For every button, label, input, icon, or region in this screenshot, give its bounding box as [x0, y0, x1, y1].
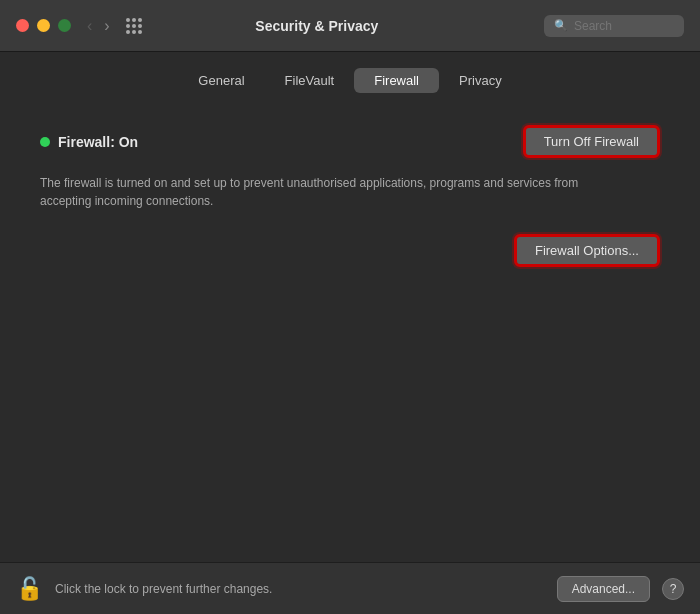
minimize-button[interactable] [37, 19, 50, 32]
back-arrow[interactable]: ‹ [83, 15, 96, 37]
titlebar: ‹ › Security & Privacy 🔍 [0, 0, 700, 52]
traffic-lights [16, 19, 71, 32]
firewall-status-label: Firewall: On [58, 134, 138, 150]
firewall-status-row: Firewall: On Turn Off Firewall [40, 125, 660, 158]
firewall-options-button[interactable]: Firewall Options... [514, 234, 660, 267]
firewall-status-left: Firewall: On [40, 134, 138, 150]
search-bar[interactable]: 🔍 [544, 15, 684, 37]
advanced-button[interactable]: Advanced... [557, 576, 650, 602]
status-indicator [40, 137, 50, 147]
search-input[interactable] [574, 19, 674, 33]
firewall-description: The firewall is turned on and set up to … [40, 174, 600, 210]
tab-general[interactable]: General [178, 68, 264, 93]
search-icon: 🔍 [554, 19, 568, 32]
firewall-options-row: Firewall Options... [40, 234, 660, 267]
tab-privacy[interactable]: Privacy [439, 68, 522, 93]
firewall-content: Firewall: On Turn Off Firewall The firew… [0, 105, 700, 287]
tab-firewall[interactable]: Firewall [354, 68, 439, 93]
turn-off-firewall-button[interactable]: Turn Off Firewall [523, 125, 660, 158]
lock-icon[interactable]: 🔓 [16, 576, 43, 602]
bottombar: 🔓 Click the lock to prevent further chan… [0, 562, 700, 614]
window-title: Security & Privacy [90, 18, 544, 34]
lock-text: Click the lock to prevent further change… [55, 582, 545, 596]
main-content: General FileVault Firewall Privacy Firew… [0, 52, 700, 287]
close-button[interactable] [16, 19, 29, 32]
tab-filevault[interactable]: FileVault [265, 68, 355, 93]
help-button[interactable]: ? [662, 578, 684, 600]
tabbar: General FileVault Firewall Privacy [0, 52, 700, 105]
maximize-button[interactable] [58, 19, 71, 32]
